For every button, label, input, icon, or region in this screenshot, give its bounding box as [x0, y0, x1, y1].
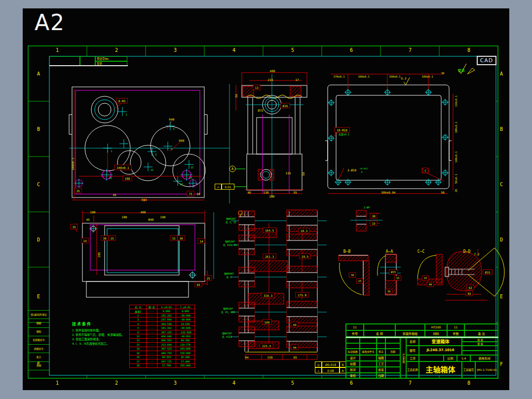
technical-notes-title: 技术条件	[72, 321, 138, 326]
table-cell: ····	[146, 343, 156, 346]
annotation-text: 2-Ø10	[347, 168, 356, 172]
annotation-text: 25	[206, 277, 210, 280]
annotation-text: 190	[160, 215, 166, 219]
table-row: 11····404.040-40.054	[130, 334, 194, 338]
annotation-text: 180	[122, 215, 127, 219]
annotation-text: 17	[295, 78, 299, 81]
table-row: 16····404.750150.000	[130, 351, 194, 355]
hole-crosshair	[442, 169, 449, 176]
hole-crosshair	[335, 179, 342, 186]
annotation-text: 44	[293, 323, 297, 326]
table-cell: 17.400	[176, 359, 194, 363]
annotation-text: 35	[76, 189, 80, 193]
annotation-text: 20	[455, 189, 457, 193]
annotation-text: 30	[351, 274, 354, 277]
annotation-text: 30	[372, 214, 376, 218]
annotation-text: D—D	[463, 249, 471, 254]
annotation-text: 6	[350, 47, 353, 53]
annotation-text: 10	[196, 192, 200, 196]
annotation-text: 8	[467, 380, 470, 386]
tb-r1-material: HT200	[425, 324, 447, 330]
annotation-text: 180	[125, 177, 130, 180]
tb-blank	[377, 338, 385, 343]
table-cell: 17	[130, 359, 146, 363]
reg-table-cell-blank1	[49, 56, 80, 66]
annotation-text: F	[500, 361, 503, 367]
annotation-text: 14	[83, 239, 87, 242]
annotation-text: 30	[441, 72, 445, 75]
tb-dwg-label: 图号	[406, 346, 419, 355]
annotation-text: 其余	[458, 68, 465, 73]
border-strip-row: 签字	[28, 353, 49, 361]
table-cell: 247.094	[157, 318, 176, 321]
annotation-text: 孔 VI、VII	[221, 311, 235, 314]
annotation-text: 180±0.1	[389, 75, 400, 78]
annotation-text: 50	[302, 172, 305, 176]
table-cell: -40.054	[176, 334, 194, 338]
annotation-text: 镗Ø80H7	[224, 272, 234, 276]
bore-right	[287, 308, 317, 317]
annotation-text: 镗Ø62H7	[223, 307, 233, 311]
annotation-text: 孔 III、IV	[223, 243, 237, 247]
bore-left	[239, 333, 255, 341]
tb-sheets-total: 共 张	[462, 338, 498, 342]
annotation-text: 8	[467, 47, 470, 53]
annotation-text: 3	[174, 380, 177, 386]
bore-left	[239, 308, 255, 316]
table-cell: 0.000	[176, 309, 194, 313]
annotation-text: A	[37, 71, 40, 77]
table-row: 19····60.35345.000	[130, 355, 194, 359]
annotation-text: 6	[350, 380, 353, 386]
annotation-text: 94	[245, 356, 249, 359]
tb-draw-label: 绘图	[346, 361, 360, 367]
table-cell: 精 度	[146, 305, 156, 309]
title-block: 11 HT200 11 件号 名 称 铸锻件规格 材料 件数 备 注 标记处数 …	[345, 323, 498, 378]
table-cell: 2	[130, 314, 146, 317]
table-cell: 20	[130, 364, 146, 367]
annotation-text: 215	[268, 78, 273, 81]
table-cell: 14	[130, 347, 146, 351]
tb-countersign-label: 会签	[377, 367, 385, 373]
annotation-text: 340±0.1	[71, 158, 75, 170]
table-row: 14····307.523103.000	[130, 347, 194, 351]
annotation-text: 30	[387, 290, 391, 293]
table-cell: X ±0.01	[157, 305, 176, 309]
table-cell: 150.000	[176, 364, 194, 367]
hole-crosshair	[344, 89, 351, 96]
annotation-text: 594	[142, 198, 147, 201]
tb-part-name: 主轴箱体	[419, 361, 462, 379]
technical-note-item: 4. I、II、III孔按坐标式加工。	[72, 342, 138, 346]
annotation-text: Ø15	[485, 271, 491, 274]
flatness-fcf: ▱ 0.01	[215, 184, 234, 190]
annotation-text: 46	[247, 191, 251, 194]
annotation-text: 130	[264, 191, 269, 194]
table-row: 15····313.604110.770	[130, 342, 194, 346]
annotation-text: 孔 V	[226, 276, 231, 279]
annotation-text: 50±0.1	[455, 174, 457, 184]
annotation-text: 40	[429, 283, 432, 286]
tb-blank	[346, 338, 360, 343]
annotation-text: 55	[293, 191, 297, 194]
table-row: 3····247.094-40.000	[130, 317, 194, 321]
view-section-centre	[229, 73, 307, 198]
table-row: 4····304.54814.630	[130, 321, 194, 325]
hole-crosshair	[344, 179, 351, 186]
annotation-text: 6.3	[401, 77, 407, 80]
table-cell: 307.523	[157, 347, 176, 351]
table-row: 2····155.262-80.000	[130, 313, 194, 317]
table-cell: 155.262	[157, 314, 176, 317]
flatness-symbol: ▱	[215, 184, 222, 190]
hole-crosshair	[189, 271, 196, 279]
annotation-text: 15	[396, 277, 400, 279]
view-plan-top-left	[69, 84, 229, 203]
annotation-text: 19	[189, 176, 192, 179]
annotation-text: 15	[180, 183, 183, 186]
tb-craft-label: 工艺	[377, 361, 385, 367]
annotation-text: 15	[172, 237, 176, 240]
hole-crosshair	[442, 134, 449, 141]
tb-blank	[360, 361, 377, 367]
tb-blank	[377, 343, 385, 349]
annotation-text: 310.3	[264, 294, 272, 297]
table-cell: ····	[146, 364, 156, 367]
annotation-text: 584±0.04	[381, 191, 396, 194]
